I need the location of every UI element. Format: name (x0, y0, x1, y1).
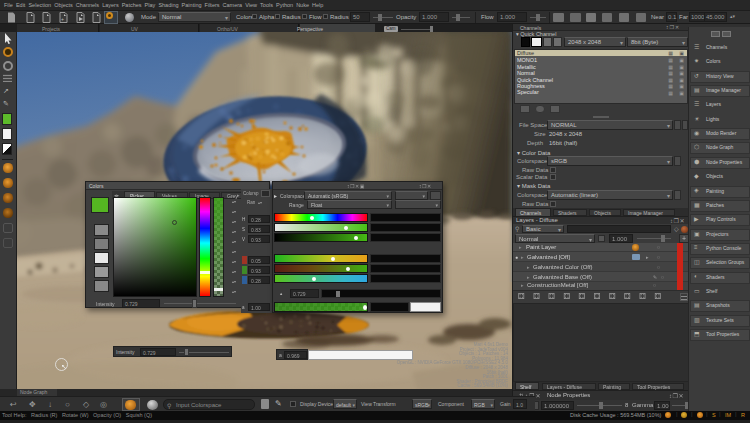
svg-text:+: + (61, 16, 64, 22)
